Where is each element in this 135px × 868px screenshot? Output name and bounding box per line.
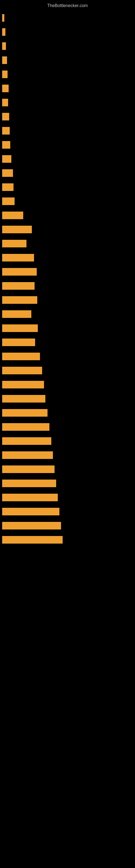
bar-label: Bottl <box>3 199 10 203</box>
bar-fill: Bottleneck result <box>2 395 45 403</box>
bar-row: Bottleneck resu <box>2 279 133 293</box>
bar-row: Bottleneck resu <box>2 251 133 265</box>
bar-row: Bottleneck result <box>2 533 133 547</box>
bar-fill: Bottleneck result <box>2 352 40 360</box>
bar-row: Bottleneck res <box>2 222 133 237</box>
bar-row: Bo <box>2 138 133 152</box>
bar-fill: Bo <box>2 127 10 134</box>
bar-label: Bottleneck result <box>3 538 27 541</box>
bar-row: Bot <box>2 152 133 166</box>
bar-label: | <box>3 16 4 20</box>
bar-row: Bottleneck result <box>2 462 133 476</box>
bar-fill: Bottleneck result <box>2 367 42 374</box>
bar-row: Bottleneck result <box>2 448 133 462</box>
bar-row: Bottleneck result <box>2 349 133 364</box>
bars-container: |EEBBBoBBoBoBoBotBottBottBottlBottlenecB… <box>0 8 135 550</box>
bar-fill: Bottleneck result <box>2 452 53 459</box>
bar-fill: B <box>2 70 8 78</box>
bar-fill: Bottleneck result <box>2 437 51 445</box>
bar-fill: Bo <box>2 141 10 149</box>
bar-fill: | <box>2 14 4 22</box>
bar-fill: Bottleneck result <box>2 508 59 516</box>
bar-label: Bottleneck result <box>3 383 27 386</box>
bar-fill: Bottleneck result <box>2 381 44 389</box>
bar-row: Bottlenec <box>2 208 133 222</box>
bar-row: | <box>2 11 133 25</box>
bar-label: E <box>3 44 5 48</box>
bar-label: E <box>3 30 5 34</box>
bar-row: Bo <box>2 82 133 95</box>
bar-row: Bottleneck result <box>2 321 133 335</box>
bar-fill: Bottleneck result <box>2 268 37 276</box>
bar-fill: E <box>2 28 5 36</box>
bar-row: Bottleneck result <box>2 293 133 307</box>
bar-label: Bottleneck result <box>3 355 27 358</box>
bar-label: Bottlenec <box>3 214 17 217</box>
bar-label: Bottleneck result <box>3 425 27 429</box>
bar-label: Bott <box>3 172 9 175</box>
bar-row: B <box>2 95 133 110</box>
bar-label: Bot <box>3 157 8 161</box>
bar-row: Bo <box>2 110 133 124</box>
bar-fill: B <box>2 99 8 106</box>
bar-row: B <box>2 67 133 82</box>
bar-label: Bottleneck result <box>3 299 27 302</box>
bar-fill: Bott <box>2 169 13 177</box>
bar-fill: Bottleneck <box>2 240 27 247</box>
bar-fill: Bo <box>2 85 9 92</box>
bar-label: Bottleneck result <box>3 510 27 513</box>
bar-label: Bottleneck result <box>3 496 27 499</box>
bar-label: Bottleneck result <box>3 454 27 457</box>
bar-label: Bottleneck result <box>3 482 27 485</box>
bar-label: Bottleneck resu <box>3 256 26 259</box>
bar-label: Bo <box>3 143 7 147</box>
bar-fill: Bottleneck result <box>2 465 54 473</box>
bar-fill: Bottl <box>2 197 14 205</box>
bar-row: Bottleneck result <box>2 504 133 519</box>
bar-label: Bo <box>3 87 7 90</box>
bar-fill: E <box>2 42 6 50</box>
bar-label: B <box>3 59 5 62</box>
bar-row: Bottleneck result <box>2 476 133 490</box>
bar-fill: Bottleneck resu <box>2 282 35 290</box>
bar-row: Bo <box>2 124 133 138</box>
bar-fill: Bottleneck result <box>2 423 49 431</box>
bar-fill: Bottleneck result <box>2 536 63 544</box>
bar-fill: Bot <box>2 155 11 163</box>
bar-row: Bottleneck result <box>2 406 133 420</box>
bar-row: Bottl <box>2 194 133 208</box>
bar-label: Bottleneck result <box>3 524 27 527</box>
bar-fill: Bottleneck result <box>2 479 56 487</box>
bar-label: Bottleneck result <box>3 270 27 273</box>
bar-row: E <box>2 25 133 39</box>
bar-label: Bottleneck result <box>3 468 27 471</box>
bar-label: Bottleneck result <box>3 327 27 330</box>
bar-label: Bottleneck result <box>3 369 27 372</box>
bar-row: Bottleneck result <box>2 490 133 504</box>
bar-fill: B <box>2 56 7 64</box>
bar-fill: Bottleneck result <box>2 296 37 304</box>
bar-row: Bottleneck re <box>2 307 133 321</box>
bar-row: Bottleneck result <box>2 364 133 378</box>
bar-row: Bottleneck result <box>2 434 133 448</box>
bar-fill: Bottleneck resu <box>2 339 35 346</box>
bar-label: Bottleneck result <box>3 439 27 443</box>
bar-fill: Bottleneck re <box>2 310 31 318</box>
bar-label: Bo <box>3 115 7 118</box>
bar-row: Bott <box>2 166 133 180</box>
bar-label: Bottleneck result <box>3 397 27 400</box>
bar-label: Bottleneck res <box>3 228 24 231</box>
bar-fill: Bottleneck result <box>2 522 61 529</box>
bar-row: Bottleneck result <box>2 265 133 279</box>
bar-row: Bottleneck resu <box>2 335 133 349</box>
bar-label: Bottleneck <box>3 242 18 245</box>
bar-fill: Bott <box>2 183 13 191</box>
bar-label: Bo <box>3 129 7 132</box>
bar-fill: Bottlenec <box>2 212 23 219</box>
bar-fill: Bottleneck result <box>2 324 38 332</box>
bar-label: B <box>3 101 5 104</box>
bar-row: Bott <box>2 180 133 194</box>
bar-fill: Bottleneck result <box>2 409 48 416</box>
bar-row: Bottleneck <box>2 237 133 251</box>
bar-row: E <box>2 39 133 53</box>
